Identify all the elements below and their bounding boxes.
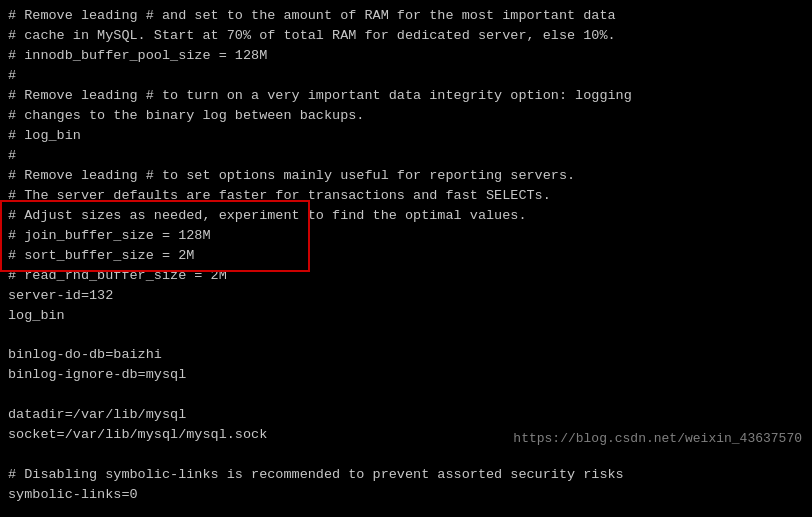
code-line: # Adjust sizes as needed, experiment to …	[8, 206, 804, 226]
code-line: # cache in MySQL. Start at 70% of total …	[8, 26, 804, 46]
code-line: #	[8, 146, 804, 166]
code-line: # Remove leading # and set to the amount…	[8, 6, 804, 26]
code-line: # changes to the binary log between back…	[8, 106, 804, 126]
code-line	[8, 326, 804, 346]
code-line: symbolic-links=0	[8, 485, 804, 505]
code-line	[8, 505, 804, 517]
code-line: log_bin	[8, 306, 804, 326]
code-line: # The server defaults are faster for tra…	[8, 186, 804, 206]
code-line: # sort_buffer_size = 2M	[8, 246, 804, 266]
code-line	[8, 385, 804, 405]
code-line: # log_bin	[8, 126, 804, 146]
code-line: datadir=/var/lib/mysql	[8, 405, 804, 425]
code-viewer: # Remove leading # and set to the amount…	[0, 0, 812, 517]
code-line: #	[8, 66, 804, 86]
code-line: # innodb_buffer_pool_size = 128M	[8, 46, 804, 66]
code-line: # Remove leading # to set options mainly…	[8, 166, 804, 186]
code-line: binlog-do-db=baizhi	[8, 345, 804, 365]
code-line: # read_rnd_buffer_size = 2M	[8, 266, 804, 286]
code-line: binlog-ignore-db=mysql	[8, 365, 804, 385]
code-line: # Disabling symbolic-links is recommende…	[8, 465, 804, 485]
code-line: server-id=132	[8, 286, 804, 306]
code-line: # Remove leading # to turn on a very imp…	[8, 86, 804, 106]
code-line: # join_buffer_size = 128M	[8, 226, 804, 246]
url-label: https://blog.csdn.net/weixin_43637570	[513, 430, 802, 449]
